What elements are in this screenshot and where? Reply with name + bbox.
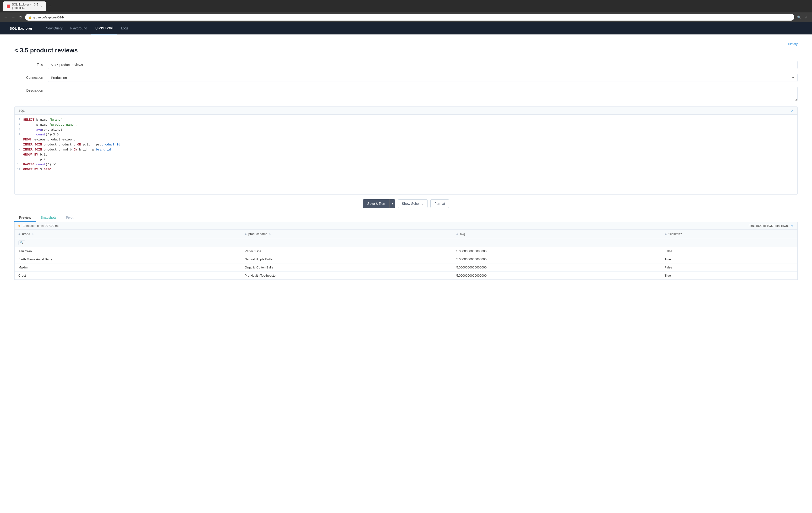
sql-line-blank [14, 172, 798, 191]
cell-brand-3: Maxim [14, 263, 241, 271]
results-meta: Execution time: 207.00 ms First 1000 of … [14, 222, 798, 230]
description-row: Description [14, 87, 798, 102]
filter-row: 🔍 [14, 238, 798, 247]
sql-editor[interactable]: 1 SELECT b.name "brand", 2 p.name "produ… [14, 115, 798, 194]
sort-icon-product: ⇅ [269, 233, 271, 236]
cell-col4-2: True [661, 255, 798, 263]
cell-col4-4: True [661, 271, 798, 279]
sql-line-10: 10 HAVING count(*) >1 [14, 162, 798, 167]
page-title: < 3.5 product reviews [14, 47, 798, 54]
external-link-icon[interactable]: ↗ [791, 109, 793, 112]
cell-col4-3: False [661, 263, 798, 271]
description-control [48, 87, 798, 102]
app-header: SQL Explorer New Query Playground Query … [0, 22, 812, 34]
execution-time: Execution time: 207.00 ms [19, 224, 59, 227]
table-row: Earth Mama Angel Baby Natural Nipple But… [14, 255, 798, 263]
cell-col4-1: False [661, 247, 798, 255]
lock-icon: 🔒 [28, 16, 32, 19]
nav-logs[interactable]: Logs [117, 22, 132, 34]
results-tbody: Kari Gran Perfect Lips 5.000000000000000… [14, 247, 798, 279]
nav-query-detail[interactable]: Query Detail [91, 22, 117, 34]
sql-section: SQL ↗ 1 SELECT b.name "brand", 2 p.name … [14, 106, 798, 194]
title-label: Title [14, 61, 48, 66]
cell-avg-3: 5.0000000000000000 [453, 263, 661, 271]
col-header-avg[interactable]: ◈ avg [453, 230, 661, 238]
back-button[interactable]: ← [3, 14, 9, 20]
title-input[interactable] [48, 61, 798, 69]
cell-brand-4: Crest [14, 271, 241, 279]
exec-indicator [19, 225, 20, 227]
nav-playground[interactable]: Playground [66, 22, 91, 34]
action-buttons: Save & Run ▾ Show Schema Format [14, 199, 798, 208]
table-header-row: ◈ brand ⇅ ◈ product name ⇅ ◈ avg ◈ [14, 230, 798, 238]
description-label: Description [14, 87, 48, 92]
brand-col-icon: ◈ [19, 233, 20, 236]
nav-new-query[interactable]: New Query [42, 22, 66, 34]
sql-line-5: 5 FROM reviews_productreview pr [14, 137, 798, 142]
tab-title: SQL Explorer - < 3.5 product r... [12, 3, 38, 9]
col-header-product-name[interactable]: ◈ product name ⇅ [241, 230, 453, 238]
sort-icon-brand: ⇅ [32, 233, 33, 236]
new-tab-button[interactable]: + [49, 4, 51, 9]
tab-snapshots[interactable]: Snapshots [36, 214, 61, 222]
sql-header: SQL ↗ [14, 107, 798, 115]
refresh-button[interactable]: ↻ [18, 14, 23, 21]
sql-line-2: 2 p.name "product name", [14, 123, 798, 128]
sql-line-8: 8 GROUP BY b.id, [14, 153, 798, 157]
col-header-brand[interactable]: ◈ brand ⇅ [14, 230, 241, 238]
sql-line-3: 3 avg(pr.rating), [14, 128, 798, 133]
tab-pivot[interactable]: Pivot [61, 214, 78, 222]
connection-select[interactable]: Production Staging Development [48, 74, 798, 82]
connection-row: Connection Production Staging Developmen… [14, 74, 798, 82]
cell-avg-2: 5.0000000000000000 [453, 255, 661, 263]
sql-line-4: 4 count(*)<3.5 [14, 132, 798, 137]
sql-line-1: 1 SELECT b.name "brand", [14, 117, 798, 123]
main-content: History < 3.5 product reviews Title Conn… [0, 34, 812, 513]
search-icon[interactable]: 🔍 [796, 15, 802, 20]
bookmark-icon[interactable]: ☆ [803, 15, 809, 20]
table-row: Kari Gran Perfect Lips 5.000000000000000… [14, 247, 798, 255]
cell-product-1: Perfect Lips [241, 247, 453, 255]
connection-control: Production Staging Development [48, 74, 798, 82]
description-textarea[interactable] [48, 87, 798, 101]
save-run-button[interactable]: Save & Run [363, 199, 389, 208]
forward-button[interactable]: → [10, 14, 16, 20]
edit-icon[interactable]: ✎ [791, 224, 793, 227]
total-rows: First 1000 of 1937 total rows. ✎ [749, 224, 793, 227]
history-link[interactable]: History [14, 42, 798, 46]
sql-line-11: 11 ORDER BY 3 DESC [14, 167, 798, 172]
sql-label: SQL [19, 109, 25, 112]
cell-brand-1: Kari Gran [14, 247, 241, 255]
save-run-dropdown-button[interactable]: ▾ [389, 199, 395, 208]
sql-line-9: 9 p.id [14, 157, 798, 162]
cell-brand-2: Earth Mama Angel Baby [14, 255, 241, 263]
results-table: ◈ brand ⇅ ◈ product name ⇅ ◈ avg ◈ [14, 230, 798, 279]
format-button[interactable]: Format [430, 199, 449, 208]
browser-chrome: SQL Explorer - < 3.5 product r... ✕ + [0, 0, 812, 12]
sql-line-6: 6 INNER JOIN product_product p ON p.id =… [14, 142, 798, 147]
cell-product-2: Natural Nipple Butter [241, 255, 453, 263]
cell-product-3: Organic Cotton Balls [241, 263, 453, 271]
sql-line-7: 7 INNER JOIN product_brand b ON b.id = p… [14, 147, 798, 153]
col4-icon: ◈ [665, 233, 667, 236]
tab-favicon [7, 4, 10, 8]
app-title: SQL Explorer [9, 26, 32, 30]
address-url: grove.co/explorer/514/ [33, 16, 791, 19]
results-tabs: Preview Snapshots Pivot [14, 214, 798, 222]
tab-preview[interactable]: Preview [14, 214, 36, 222]
tab-close-button[interactable]: ✕ [40, 5, 42, 8]
results-table-wrapper: ◈ brand ⇅ ◈ product name ⇅ ◈ avg ◈ [14, 230, 798, 280]
cell-product-4: Pro-Health Toothpaste [241, 271, 453, 279]
active-tab[interactable]: SQL Explorer - < 3.5 product r... ✕ [3, 1, 46, 11]
filter-brand-button[interactable]: 🔍 [19, 240, 25, 245]
cell-avg-1: 5.0000000000000000 [453, 247, 661, 255]
address-bar[interactable]: 🔒 grove.co/explorer/514/ [25, 14, 794, 21]
col-header-col4[interactable]: ◈ ?column? [661, 230, 798, 238]
show-schema-button[interactable]: Show Schema [398, 199, 428, 208]
avg-col-icon: ◈ [456, 233, 458, 236]
connection-label: Connection [14, 74, 48, 79]
table-row: Crest Pro-Health Toothpaste 5.0000000000… [14, 271, 798, 279]
browser-nav: ← → ↻ 🔒 grove.co/explorer/514/ 🔍 ☆ [0, 12, 812, 22]
nav-icons: 🔍 ☆ [796, 15, 809, 20]
title-control [48, 61, 798, 69]
